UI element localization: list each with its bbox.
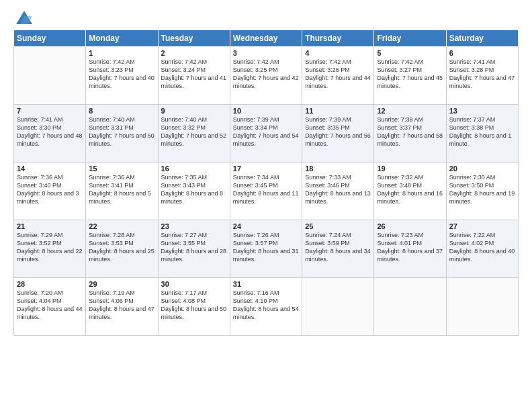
day-info: Sunrise: 7:30 AMSunset: 3:50 PMDaylight:… <box>449 173 515 206</box>
day-info: Sunrise: 7:38 AMSunset: 3:37 PMDaylight:… <box>377 116 443 148</box>
day-cell: 19Sunrise: 7:32 AMSunset: 3:48 PMDayligh… <box>374 163 446 220</box>
col-header-monday: Monday <box>86 30 158 47</box>
day-info: Sunrise: 7:41 AMSunset: 3:30 PMDaylight:… <box>17 116 83 148</box>
day-cell: 28Sunrise: 7:20 AMSunset: 4:04 PMDayligh… <box>14 278 86 336</box>
day-cell: 14Sunrise: 7:36 AMSunset: 3:40 PMDayligh… <box>14 163 86 220</box>
day-number: 24 <box>233 222 299 230</box>
day-info: Sunrise: 7:20 AMSunset: 4:04 PMDaylight:… <box>17 289 83 322</box>
day-info: Sunrise: 7:32 AMSunset: 3:48 PMDaylight:… <box>377 173 443 206</box>
week-row-4: 21Sunrise: 7:29 AMSunset: 3:52 PMDayligh… <box>14 220 519 278</box>
day-number: 26 <box>377 222 443 230</box>
header <box>13 11 519 24</box>
day-info: Sunrise: 7:24 AMSunset: 3:59 PMDaylight:… <box>305 231 371 264</box>
day-number: 8 <box>89 107 154 115</box>
day-number: 4 <box>305 49 371 57</box>
day-cell: 16Sunrise: 7:35 AMSunset: 3:43 PMDayligh… <box>158 163 230 220</box>
col-header-friday: Friday <box>374 30 446 47</box>
day-number: 20 <box>449 165 515 173</box>
day-cell: 5Sunrise: 7:42 AMSunset: 3:27 PMDaylight… <box>374 47 446 105</box>
day-info: Sunrise: 7:42 AMSunset: 3:24 PMDaylight:… <box>161 58 227 91</box>
week-row-1: 1Sunrise: 7:42 AMSunset: 3:23 PMDaylight… <box>14 47 519 105</box>
logo-icon <box>16 11 32 24</box>
day-cell: 27Sunrise: 7:22 AMSunset: 4:02 PMDayligh… <box>446 220 518 278</box>
week-row-5: 28Sunrise: 7:20 AMSunset: 4:04 PMDayligh… <box>14 278 519 336</box>
day-cell: 8Sunrise: 7:40 AMSunset: 3:31 PMDaylight… <box>86 105 158 163</box>
day-number: 10 <box>233 107 299 115</box>
day-info: Sunrise: 7:41 AMSunset: 3:28 PMDaylight:… <box>449 58 515 91</box>
day-number: 16 <box>161 165 227 173</box>
day-number: 11 <box>305 107 371 115</box>
day-cell: 29Sunrise: 7:19 AMSunset: 4:06 PMDayligh… <box>86 278 158 336</box>
day-info: Sunrise: 7:42 AMSunset: 3:23 PMDaylight:… <box>89 58 154 91</box>
day-number: 6 <box>449 49 515 57</box>
day-cell: 21Sunrise: 7:29 AMSunset: 3:52 PMDayligh… <box>14 220 86 278</box>
day-cell: 12Sunrise: 7:38 AMSunset: 3:37 PMDayligh… <box>374 105 446 163</box>
day-number: 22 <box>89 222 154 230</box>
calendar: SundayMondayTuesdayWednesdayThursdayFrid… <box>13 30 519 336</box>
day-info: Sunrise: 7:36 AMSunset: 3:41 PMDaylight:… <box>89 173 154 206</box>
day-info: Sunrise: 7:22 AMSunset: 4:02 PMDaylight:… <box>449 231 515 264</box>
day-cell: 30Sunrise: 7:17 AMSunset: 4:08 PMDayligh… <box>158 278 230 336</box>
day-info: Sunrise: 7:40 AMSunset: 3:32 PMDaylight:… <box>161 116 227 148</box>
day-cell <box>14 47 86 105</box>
day-number: 2 <box>161 49 227 57</box>
day-number: 28 <box>17 280 83 288</box>
day-info: Sunrise: 7:42 AMSunset: 3:26 PMDaylight:… <box>305 58 371 91</box>
day-cell <box>374 278 446 336</box>
day-number: 12 <box>377 107 443 115</box>
day-number: 21 <box>17 222 83 230</box>
week-row-3: 14Sunrise: 7:36 AMSunset: 3:40 PMDayligh… <box>14 163 519 220</box>
day-number: 15 <box>89 165 154 173</box>
day-number: 31 <box>233 280 299 288</box>
day-info: Sunrise: 7:17 AMSunset: 4:08 PMDaylight:… <box>161 289 227 322</box>
day-info: Sunrise: 7:35 AMSunset: 3:43 PMDaylight:… <box>161 173 227 206</box>
day-cell: 25Sunrise: 7:24 AMSunset: 3:59 PMDayligh… <box>302 220 374 278</box>
logo <box>13 11 32 24</box>
day-number: 1 <box>89 49 154 57</box>
day-number: 5 <box>377 49 443 57</box>
day-info: Sunrise: 7:34 AMSunset: 3:45 PMDaylight:… <box>233 173 299 206</box>
day-cell: 31Sunrise: 7:16 AMSunset: 4:10 PMDayligh… <box>230 278 302 336</box>
day-cell: 7Sunrise: 7:41 AMSunset: 3:30 PMDaylight… <box>14 105 86 163</box>
day-number: 29 <box>89 280 154 288</box>
day-info: Sunrise: 7:26 AMSunset: 3:57 PMDaylight:… <box>233 231 299 264</box>
day-info: Sunrise: 7:23 AMSunset: 4:01 PMDaylight:… <box>377 231 443 264</box>
day-number: 25 <box>305 222 371 230</box>
day-info: Sunrise: 7:40 AMSunset: 3:31 PMDaylight:… <box>89 116 154 148</box>
day-info: Sunrise: 7:19 AMSunset: 4:06 PMDaylight:… <box>89 289 154 322</box>
day-cell: 10Sunrise: 7:39 AMSunset: 3:34 PMDayligh… <box>230 105 302 163</box>
day-info: Sunrise: 7:37 AMSunset: 3:38 PMDaylight:… <box>449 116 515 148</box>
day-cell: 11Sunrise: 7:39 AMSunset: 3:35 PMDayligh… <box>302 105 374 163</box>
col-header-tuesday: Tuesday <box>158 30 230 47</box>
day-cell: 15Sunrise: 7:36 AMSunset: 3:41 PMDayligh… <box>86 163 158 220</box>
day-info: Sunrise: 7:27 AMSunset: 3:55 PMDaylight:… <box>161 231 227 264</box>
col-header-thursday: Thursday <box>302 30 374 47</box>
day-cell: 18Sunrise: 7:33 AMSunset: 3:46 PMDayligh… <box>302 163 374 220</box>
day-cell: 22Sunrise: 7:28 AMSunset: 3:53 PMDayligh… <box>86 220 158 278</box>
day-cell: 26Sunrise: 7:23 AMSunset: 4:01 PMDayligh… <box>374 220 446 278</box>
day-number: 27 <box>449 222 515 230</box>
day-info: Sunrise: 7:29 AMSunset: 3:52 PMDaylight:… <box>17 231 83 264</box>
header-row: SundayMondayTuesdayWednesdayThursdayFrid… <box>14 30 519 47</box>
day-info: Sunrise: 7:42 AMSunset: 3:27 PMDaylight:… <box>377 58 443 91</box>
day-cell: 2Sunrise: 7:42 AMSunset: 3:24 PMDaylight… <box>158 47 230 105</box>
day-number: 23 <box>161 222 227 230</box>
day-cell: 4Sunrise: 7:42 AMSunset: 3:26 PMDaylight… <box>302 47 374 105</box>
day-cell: 6Sunrise: 7:41 AMSunset: 3:28 PMDaylight… <box>446 47 518 105</box>
page: SundayMondayTuesdayWednesdayThursdayFrid… <box>0 0 532 411</box>
day-cell: 9Sunrise: 7:40 AMSunset: 3:32 PMDaylight… <box>158 105 230 163</box>
day-info: Sunrise: 7:36 AMSunset: 3:40 PMDaylight:… <box>17 173 83 206</box>
day-number: 13 <box>449 107 515 115</box>
day-info: Sunrise: 7:16 AMSunset: 4:10 PMDaylight:… <box>233 289 299 322</box>
day-info: Sunrise: 7:33 AMSunset: 3:46 PMDaylight:… <box>305 173 371 206</box>
col-header-sunday: Sunday <box>14 30 86 47</box>
day-number: 9 <box>161 107 227 115</box>
day-cell <box>446 278 518 336</box>
day-number: 18 <box>305 165 371 173</box>
col-header-wednesday: Wednesday <box>230 30 302 47</box>
day-cell <box>302 278 374 336</box>
day-number: 3 <box>233 49 299 57</box>
week-row-2: 7Sunrise: 7:41 AMSunset: 3:30 PMDaylight… <box>14 105 519 163</box>
day-cell: 20Sunrise: 7:30 AMSunset: 3:50 PMDayligh… <box>446 163 518 220</box>
day-number: 19 <box>377 165 443 173</box>
